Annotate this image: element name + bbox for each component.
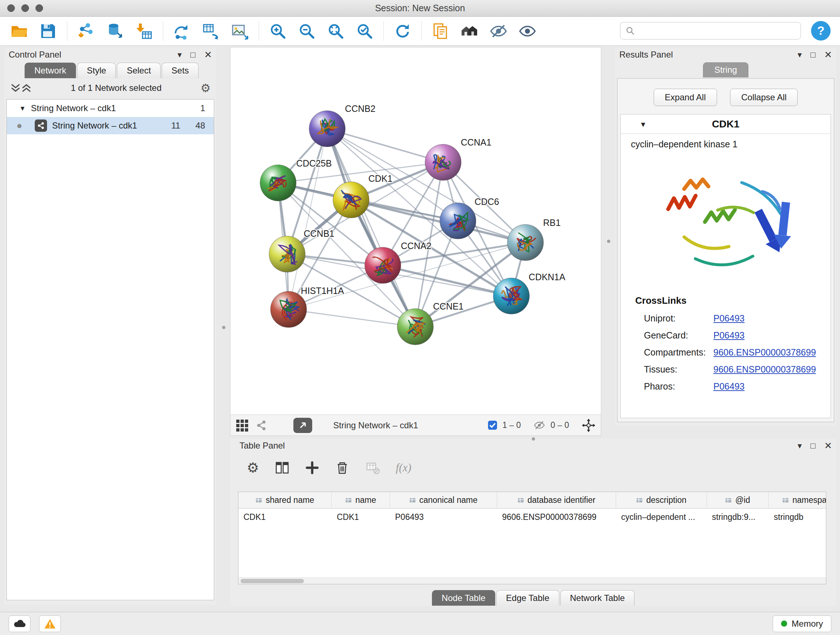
float-panel-icon[interactable]: □ [810,51,815,59]
column-header-name[interactable]: name [332,492,390,508]
protein-card-header[interactable]: ▾ CDK1 [621,114,831,134]
search-box[interactable] [620,22,801,40]
grid-view-icon[interactable] [235,419,248,432]
show-columns-icon[interactable] [275,461,289,475]
tab-network[interactable]: Network [25,63,76,78]
splitter-handle[interactable] [607,240,610,243]
network-graph[interactable]: CCNB2CCNA1CDC25BCDK1CDC6RB1CCNB1CCNA2CDK… [231,48,601,415]
new-table-from-selection-button[interactable] [200,20,222,42]
column-header-shared-name[interactable]: shared name [238,492,332,508]
table-settings-gear-icon[interactable]: ⚙ [247,460,259,476]
zoom-fit-button[interactable] [325,20,347,42]
network-overview-button[interactable] [458,20,481,42]
network-edge-ccnb2-hist1h1a[interactable] [289,129,327,310]
crosslink-link[interactable]: P06493 [714,381,745,392]
table-cell[interactable]: 9606.ENSP00000378699 [497,509,616,525]
zoom-window-button[interactable] [35,4,43,12]
tree-caret-icon[interactable]: ▾ [21,104,25,112]
float-panel-icon[interactable]: □ [190,51,195,59]
network-node-ccna1[interactable]: CCNA1 [425,137,491,180]
zoom-out-button[interactable] [295,20,318,42]
network-edge-ccnb2-ccne1[interactable] [327,129,415,327]
delete-column-icon[interactable] [335,461,349,475]
tab-edge-table[interactable]: Edge Table [496,590,559,606]
float-panel-icon[interactable]: □ [810,442,815,450]
memory-button[interactable]: Memory [773,616,831,632]
network-node-rb1[interactable]: RB1 [508,218,561,261]
network-node-cdkn1a[interactable]: CDKN1A [493,272,565,314]
show-all-button[interactable] [516,20,538,42]
panel-menu-icon[interactable]: ▾ [798,442,802,450]
tab-style[interactable]: Style [77,63,116,78]
apply-layout-button[interactable] [392,20,414,42]
expand-all-button[interactable]: Expand All [654,89,717,106]
table-cell[interactable]: CDK1 [332,509,390,525]
network-node-cdc25b[interactable]: CDC25B [260,158,332,201]
hidden-eye-slash-icon[interactable] [533,420,546,430]
hide-selected-button[interactable] [487,20,510,42]
crosslink-link[interactable]: 9606.ENSP00000378699 [714,364,816,375]
selected-checkbox-icon[interactable] [488,420,497,430]
network-node-cdc6[interactable]: CDC6 [440,196,499,239]
scrollbar-thumb[interactable] [240,579,304,583]
help-button[interactable]: ? [811,21,831,41]
close-window-button[interactable] [7,4,15,12]
table-cell[interactable]: cyclin–dependent ... [616,509,707,525]
new-network-from-selection-button[interactable] [171,20,193,42]
share-view-icon[interactable] [256,420,267,431]
table-cell[interactable]: CDK1 [238,509,332,525]
splitter-handle[interactable] [222,326,225,329]
crosslink-link[interactable]: P06493 [714,313,745,324]
crosslink-link[interactable]: 9606.ENSP00000378699 [714,347,816,358]
export-image-button[interactable] [229,20,251,42]
table-cell[interactable]: stringdb [769,509,826,525]
collapse-all-icon[interactable] [10,83,21,93]
open-session-button[interactable] [8,20,30,42]
cloud-status-button[interactable] [9,616,30,632]
tab-string[interactable]: String [703,62,749,78]
search-input[interactable] [638,26,801,36]
collapse-section-icon[interactable]: ▾ [641,119,645,129]
crosslink-link[interactable]: P06493 [714,330,745,340]
network-row-selected[interactable]: ● String Network – cdk1 11 48 [7,117,214,134]
collapse-all-button[interactable]: Collapse All [730,89,798,106]
table-cell[interactable]: stringdb:9... [707,509,769,525]
import-table-from-file-button[interactable] [133,20,155,42]
column-header--id[interactable]: @id [707,492,769,508]
network-edge-cdk1-rb1[interactable] [351,200,525,242]
close-panel-icon[interactable]: ✕ [204,50,212,59]
network-collection-row[interactable]: ▾ String Network – cdk1 1 [7,100,214,117]
add-column-icon[interactable] [305,461,319,475]
close-panel-icon[interactable]: ✕ [824,50,832,59]
expand-all-icon[interactable] [21,83,32,93]
zoom-selected-button[interactable] [354,20,376,42]
save-session-button[interactable] [37,20,59,42]
pan-crosshair-icon[interactable] [581,418,596,432]
copy-button[interactable] [429,20,452,42]
tab-network-table[interactable]: Network Table [561,590,635,606]
import-network-from-database-button[interactable] [104,20,126,42]
tab-sets[interactable]: Sets [162,63,199,78]
network-edge-hist1h1a-ccne1[interactable] [289,310,415,327]
table-row[interactable]: CDK1CDK1P064939606.ENSP00000378699cyclin… [238,509,826,525]
tab-select[interactable]: Select [117,63,161,78]
panel-menu-icon[interactable]: ▾ [178,51,182,59]
column-header-canonical-name[interactable]: canonical name [390,492,497,508]
column-header-database-identifier[interactable]: database identifier [497,492,616,508]
warnings-button[interactable] [39,616,61,632]
panel-menu-icon[interactable]: ▾ [798,51,802,59]
gear-icon[interactable]: ⚙ [201,81,210,95]
column-header-description[interactable]: description [616,492,707,508]
column-header-namespac[interactable]: namespac [769,492,826,508]
table-cell[interactable]: P06493 [390,509,497,525]
splitter-handle[interactable] [532,437,535,440]
network-node-ccnb1[interactable]: CCNB1 [269,228,334,272]
close-panel-icon[interactable]: ✕ [824,441,832,450]
tab-node-table[interactable]: Node Table [432,590,495,606]
minimize-window-button[interactable] [21,4,29,12]
horizontal-scrollbar[interactable] [238,578,826,584]
network-node-cdk1[interactable]: CDK1 [333,173,392,218]
zoom-in-button[interactable] [267,20,289,42]
import-network-from-file-button[interactable] [75,20,97,42]
network-node-hist1h1a[interactable]: HIST1H1A [271,286,344,328]
